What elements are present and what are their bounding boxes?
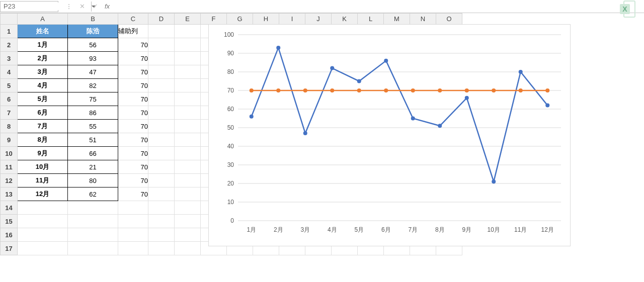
- col-header-J[interactable]: J: [305, 14, 332, 25]
- cell-D14[interactable]: [148, 201, 175, 215]
- cell-C6[interactable]: 70: [118, 92, 148, 106]
- cell-C5[interactable]: 70: [118, 79, 148, 92]
- row-header-16[interactable]: 16: [1, 228, 18, 242]
- confirm-icon[interactable]: ✓: [89, 3, 102, 10]
- col-header-E[interactable]: E: [175, 14, 201, 25]
- col-header-G[interactable]: G: [227, 14, 253, 25]
- cell-B16[interactable]: [68, 228, 118, 242]
- cell-D8[interactable]: [148, 120, 175, 133]
- cell-D9[interactable]: [148, 133, 175, 147]
- cell-A15[interactable]: [18, 215, 68, 228]
- cell-C17[interactable]: [118, 242, 148, 255]
- cell-B10[interactable]: 66: [68, 147, 118, 160]
- cell-B4[interactable]: 47: [68, 65, 118, 79]
- row-header-7[interactable]: 7: [1, 106, 18, 120]
- row-header-3[interactable]: 3: [1, 52, 18, 65]
- cell-D15[interactable]: [148, 215, 175, 228]
- col-header-O[interactable]: O: [436, 14, 462, 25]
- cell-A17[interactable]: [18, 242, 68, 255]
- cell-E11[interactable]: [175, 160, 201, 174]
- cell-B2[interactable]: 56: [68, 38, 118, 52]
- cell-E14[interactable]: [175, 201, 201, 215]
- cancel-icon[interactable]: ✕: [75, 3, 89, 10]
- chart-object[interactable]: 01020304050607080901001月2月3月4月5月6月7月8月9月…: [208, 24, 571, 246]
- cell-E10[interactable]: [175, 147, 201, 160]
- row-header-6[interactable]: 6: [1, 92, 18, 106]
- cell-B1[interactable]: 陈浩: [68, 25, 118, 38]
- row-header-15[interactable]: 15: [1, 215, 18, 228]
- cell-E4[interactable]: [175, 65, 201, 79]
- cell-A2[interactable]: 1月: [18, 38, 68, 52]
- cell-D11[interactable]: [148, 160, 175, 174]
- col-header-H[interactable]: H: [253, 14, 279, 25]
- col-header-F[interactable]: F: [201, 14, 227, 25]
- col-header-N[interactable]: N: [410, 14, 436, 25]
- row-header-11[interactable]: 11: [1, 160, 18, 174]
- row-header-4[interactable]: 4: [1, 65, 18, 79]
- cell-E8[interactable]: [175, 120, 201, 133]
- cell-D17[interactable]: [148, 242, 175, 255]
- cell-D4[interactable]: [148, 65, 175, 79]
- cell-D12[interactable]: [148, 174, 175, 187]
- row-header-8[interactable]: 8: [1, 120, 18, 133]
- cell-D10[interactable]: [148, 147, 175, 160]
- cell-C4[interactable]: 70: [118, 65, 148, 79]
- row-header-17[interactable]: 17: [1, 242, 18, 255]
- cell-D2[interactable]: [148, 38, 175, 52]
- cell-B13[interactable]: 62: [68, 187, 118, 201]
- col-header-M[interactable]: M: [384, 14, 410, 25]
- cell-D13[interactable]: [148, 187, 175, 201]
- cell-A3[interactable]: 2月: [18, 52, 68, 65]
- row-header-14[interactable]: 14: [1, 201, 18, 215]
- cell-B7[interactable]: 86: [68, 106, 118, 120]
- cell-E12[interactable]: [175, 174, 201, 187]
- col-header-C[interactable]: C: [118, 14, 148, 25]
- col-header-B[interactable]: B: [68, 14, 118, 25]
- cell-B3[interactable]: 93: [68, 52, 118, 65]
- cell-E3[interactable]: [175, 52, 201, 65]
- cell-C2[interactable]: 70: [118, 38, 148, 52]
- cell-E2[interactable]: [175, 38, 201, 52]
- row-header-12[interactable]: 12: [1, 174, 18, 187]
- cell-E15[interactable]: [175, 215, 201, 228]
- row-header-10[interactable]: 10: [1, 147, 18, 160]
- cell-B14[interactable]: [68, 201, 118, 215]
- row-header-9[interactable]: 9: [1, 133, 18, 147]
- cell-A4[interactable]: 3月: [18, 65, 68, 79]
- cell-C16[interactable]: [118, 228, 148, 242]
- row-header-1[interactable]: 1: [1, 25, 18, 38]
- expand-icon[interactable]: [62, 3, 75, 10]
- formula-input[interactable]: [114, 1, 644, 12]
- cell-C12[interactable]: 70: [118, 174, 148, 187]
- fx-label[interactable]: fx: [105, 3, 110, 10]
- cell-D7[interactable]: [148, 106, 175, 120]
- cell-E17[interactable]: [175, 242, 201, 255]
- cell-C15[interactable]: [118, 215, 148, 228]
- cell-C9[interactable]: 70: [118, 133, 148, 147]
- cell-A12[interactable]: 11月: [18, 174, 68, 187]
- cell-B12[interactable]: 80: [68, 174, 118, 187]
- cell-E7[interactable]: [175, 106, 201, 120]
- cell-E5[interactable]: [175, 79, 201, 92]
- cell-D1[interactable]: [148, 25, 175, 38]
- col-header-K[interactable]: K: [332, 14, 358, 25]
- cell-C7[interactable]: 70: [118, 106, 148, 120]
- col-header-L[interactable]: L: [358, 14, 384, 25]
- cell-D6[interactable]: [148, 92, 175, 106]
- cell-B11[interactable]: 21: [68, 160, 118, 174]
- cell-A13[interactable]: 12月: [18, 187, 68, 201]
- cell-A6[interactable]: 5月: [18, 92, 68, 106]
- cell-A9[interactable]: 8月: [18, 133, 68, 147]
- cell-E1[interactable]: [175, 25, 201, 38]
- cell-E9[interactable]: [175, 133, 201, 147]
- cell-B9[interactable]: 51: [68, 133, 118, 147]
- cell-A5[interactable]: 4月: [18, 79, 68, 92]
- cell-B5[interactable]: 82: [68, 79, 118, 92]
- cell-E16[interactable]: [175, 228, 201, 242]
- cell-A11[interactable]: 10月: [18, 160, 68, 174]
- select-all-corner[interactable]: [1, 14, 18, 25]
- cell-A16[interactable]: [18, 228, 68, 242]
- cell-C10[interactable]: 70: [118, 147, 148, 160]
- cell-C13[interactable]: 70: [118, 187, 148, 201]
- row-header-2[interactable]: 2: [1, 38, 18, 52]
